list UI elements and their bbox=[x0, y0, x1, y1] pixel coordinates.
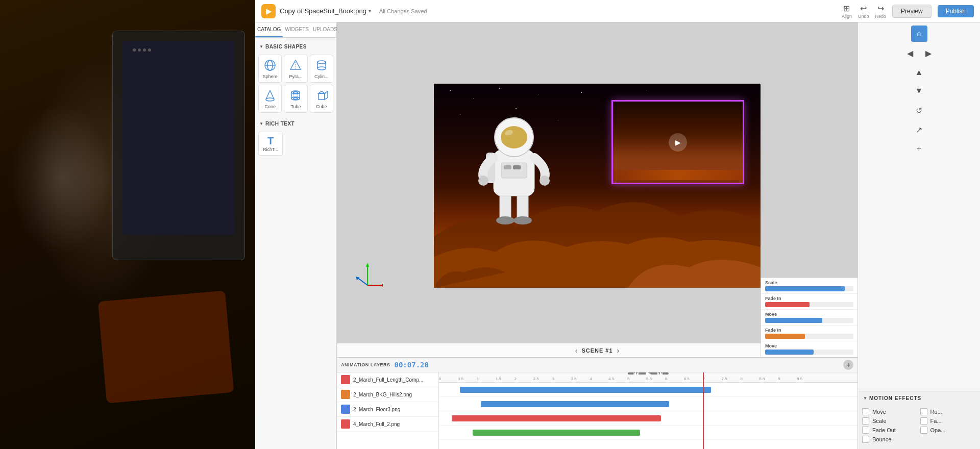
track-row-3 bbox=[439, 411, 857, 426]
shape-cylinder[interactable]: Cylin... bbox=[310, 55, 333, 83]
align-tool[interactable]: ⊞ Align bbox=[842, 4, 852, 19]
canvas-area: ▶ bbox=[337, 22, 857, 449]
svg-line-42 bbox=[357, 278, 368, 285]
scene-prev-button[interactable]: ‹ bbox=[575, 346, 578, 355]
effect-fade-in-check[interactable] bbox=[920, 417, 927, 425]
undo-icon: ↩ bbox=[860, 4, 867, 13]
tab-widgets[interactable]: WIDGETS bbox=[283, 22, 311, 37]
cdp-move-2-container bbox=[765, 350, 853, 355]
publish-button[interactable]: Publish bbox=[938, 5, 974, 17]
svg-point-32 bbox=[501, 126, 527, 148]
tool-add[interactable]: + bbox=[911, 141, 927, 157]
timeline-area: ANIMATION LAYERS 00:07.20 + 2_March_Full… bbox=[337, 357, 857, 449]
rich-text-header: ▼ RICH TEXT bbox=[257, 119, 334, 129]
effect-opacity-label: Opa... bbox=[930, 427, 946, 433]
anim-bar-fade-3 bbox=[452, 415, 661, 421]
tool-down-arrow[interactable]: ▼ bbox=[911, 83, 927, 99]
effect-fade-out[interactable]: Fade Out bbox=[862, 427, 918, 434]
svg-rect-36 bbox=[504, 165, 511, 169]
effect-scale[interactable]: Scale bbox=[862, 417, 918, 425]
effect-move[interactable]: Move bbox=[862, 408, 918, 415]
motion-effects-header[interactable]: ▼ Motion EFFeCTS bbox=[858, 391, 980, 405]
layer-item-3[interactable]: 2_March_Floor3.png bbox=[337, 402, 438, 417]
app-logo: ▶ bbox=[261, 4, 276, 18]
effect-fade-in[interactable]: Fa... bbox=[920, 417, 976, 425]
playhead[interactable] bbox=[703, 372, 704, 449]
svg-point-5 bbox=[317, 61, 326, 64]
shape-pyramid[interactable]: Pyra... bbox=[284, 55, 307, 83]
scene-name: SCENE #1 bbox=[581, 347, 612, 354]
video-play-button[interactable]: ▶ bbox=[669, 133, 687, 152]
preview-button[interactable]: Preview bbox=[892, 5, 932, 18]
rich-text-icon: T bbox=[267, 135, 274, 147]
svg-point-30 bbox=[540, 176, 550, 186]
layer-name-4: 4_March_Full_2.png bbox=[353, 421, 400, 427]
effect-bounce[interactable]: Bounce bbox=[862, 436, 918, 443]
layer-name-2: 2_March_BKG_Hills2.png bbox=[353, 392, 412, 397]
align-icon: ⊞ bbox=[843, 4, 850, 13]
timeline-track[interactable]: 0 0.5 1 1.5 2 2.5 3 3.5 4 4.5 5 bbox=[439, 372, 857, 449]
motion-effects-grid: Move Ro... Scale Fa... bbox=[858, 405, 980, 449]
right-panel-spacer bbox=[858, 160, 980, 391]
svg-rect-37 bbox=[513, 165, 521, 169]
effect-rotate[interactable]: Ro... bbox=[920, 408, 976, 415]
effect-bounce-label: Bounce bbox=[872, 436, 891, 442]
tool-right-arrow[interactable]: ▶ bbox=[920, 45, 937, 61]
main-content: CATALOG WIDGETS UPLOADS ▼ BASIC SHAPES bbox=[255, 22, 980, 449]
rich-text-item[interactable]: T RichT... bbox=[258, 132, 283, 156]
effect-scale-check[interactable] bbox=[862, 417, 869, 425]
cdp-move: Move bbox=[761, 310, 857, 326]
cylinder-icon bbox=[314, 58, 329, 72]
layer-item-2[interactable]: 2_March_BKG_Hills2.png bbox=[337, 387, 438, 402]
effect-rotate-check[interactable] bbox=[920, 408, 927, 415]
effect-opacity-check[interactable] bbox=[920, 427, 927, 434]
redo-icon: ↪ bbox=[877, 4, 884, 13]
svg-marker-41 bbox=[382, 284, 383, 287]
effect-fade-out-check[interactable] bbox=[862, 427, 869, 434]
shape-cube[interactable]: Cube bbox=[310, 85, 333, 113]
tool-home[interactable]: ⌂ bbox=[911, 26, 927, 42]
timeline-add-button[interactable]: + bbox=[843, 360, 853, 370]
file-name-chevron[interactable]: ▾ bbox=[369, 8, 371, 14]
basic-shapes-toggle[interactable]: ▼ bbox=[259, 44, 263, 49]
tool-arrows-h: ◀ ▶ bbox=[902, 45, 937, 61]
tool-curve[interactable]: ↺ bbox=[911, 102, 927, 118]
shape-cone[interactable]: Cone bbox=[258, 85, 282, 113]
video-frame[interactable]: ▶ bbox=[611, 100, 744, 184]
tool-up-arrow[interactable]: ▲ bbox=[911, 64, 927, 81]
undo-tool[interactable]: ↩ Undo bbox=[858, 4, 869, 19]
cdp-scale-label: Scale bbox=[765, 280, 853, 285]
redo-tool[interactable]: ↪ Redo bbox=[875, 4, 886, 19]
tab-catalog[interactable]: CATALOG bbox=[255, 22, 283, 37]
effect-bounce-check[interactable] bbox=[862, 436, 869, 443]
layer-thumb-1 bbox=[341, 375, 350, 384]
tool-arrows-v: ▲ ▼ bbox=[911, 64, 927, 99]
effect-move-check[interactable] bbox=[862, 408, 869, 415]
cube-icon bbox=[314, 88, 329, 103]
background-photo bbox=[0, 0, 255, 449]
tool-diagonal[interactable]: ↗ bbox=[911, 121, 927, 138]
right-panel: ⌂ ◀ ▶ ▲ ▼ ↺ ↗ + ▼ Motion EFFeCTS bbox=[857, 22, 980, 449]
timeline-header-controls: + bbox=[843, 360, 853, 370]
layer-item-4[interactable]: 4_March_Full_2.png bbox=[337, 417, 438, 432]
canvas-viewport[interactable]: ▶ bbox=[337, 22, 857, 357]
file-name: Copy of SpaceSuit_Book.png bbox=[280, 7, 366, 15]
shape-tube[interactable]: Tube bbox=[284, 85, 307, 113]
layer-name-1: 2_March_Full_Length_Comp... bbox=[353, 377, 423, 383]
rich-text-toggle[interactable]: ▼ bbox=[259, 121, 263, 126]
track-row-2 bbox=[439, 397, 857, 411]
shape-sphere[interactable]: Sphere bbox=[258, 55, 282, 83]
tab-uploads[interactable]: UPLOADS bbox=[311, 22, 339, 37]
motion-effects-title: Motion EFFeCTS bbox=[869, 395, 921, 401]
anim-bar-move-2 bbox=[481, 401, 669, 407]
cdp-fade-in: Fade In bbox=[761, 294, 857, 310]
svg-point-11 bbox=[266, 98, 274, 101]
svg-point-13 bbox=[293, 92, 298, 93]
svg-marker-22 bbox=[325, 91, 328, 99]
scene-next-button[interactable]: › bbox=[617, 346, 620, 355]
tool-left-arrow[interactable]: ◀ bbox=[902, 45, 918, 61]
layer-item-1[interactable]: 2_March_Full_Length_Comp... bbox=[337, 372, 438, 387]
track-row-1 bbox=[439, 383, 857, 397]
app-window: ▶ Copy of SpaceSuit_Book.png ▾ All Chang… bbox=[255, 0, 980, 449]
effect-opacity[interactable]: Opa... bbox=[920, 427, 976, 434]
